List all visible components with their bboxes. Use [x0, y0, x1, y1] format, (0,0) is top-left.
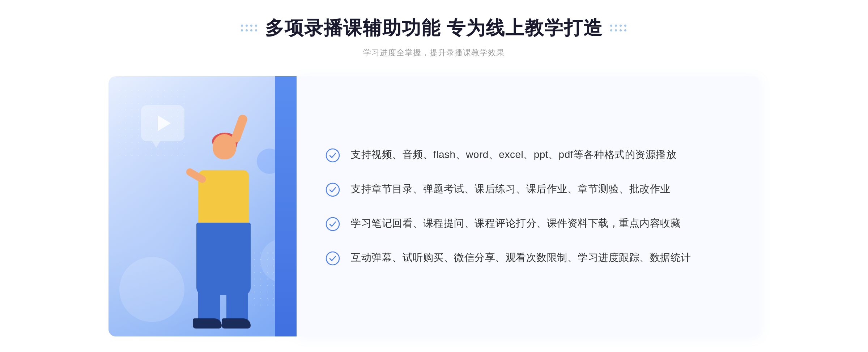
check-icon-3 [326, 217, 340, 231]
check-icon-2 [326, 183, 340, 197]
person-arm-right [230, 113, 248, 144]
title-row: 多项录播课辅助功能 专为线上教学打造 [241, 16, 627, 41]
feature-item-3: 学习笔记回看、课程提问、课程评论打分、课件资料下载，重点内容收藏 [326, 215, 731, 232]
page-container: 多项录播课辅助功能 专为线上教学打造 学习进度全掌握，提升录播课教学效果 » [0, 0, 868, 352]
header-section: 多项录播课辅助功能 专为线上教学打造 学习进度全掌握，提升录播课教学效果 [241, 16, 627, 58]
feature-item-1: 支持视频、音频、flash、word、excel、ppt、pdf等各种格式的资源… [326, 147, 731, 163]
check-icon-1 [326, 148, 340, 163]
subtitle: 学习进度全掌握，提升录播课教学效果 [241, 47, 627, 58]
svg-point-1 [326, 183, 339, 196]
svg-point-0 [326, 149, 339, 162]
person-shoe-right [222, 318, 251, 329]
person-figure [162, 127, 263, 336]
features-panel: 支持视频、音频、flash、word、excel、ppt、pdf等各种格式的资源… [297, 76, 760, 336]
feature-text-2: 支持章节目录、弹题考试、课后练习、课后作业、章节测验、批改作业 [351, 181, 671, 197]
person-shoe-left [193, 318, 222, 329]
feature-item-4: 互动弹幕、试听购买、微信分享、观看次数限制、学习进度跟踪、数据统计 [326, 250, 731, 266]
blue-side-panel [275, 76, 297, 336]
main-title: 多项录播课辅助功能 专为线上教学打造 [265, 16, 603, 41]
feature-text-1: 支持视频、音频、flash、word、excel、ppt、pdf等各种格式的资源… [351, 147, 676, 163]
person-arm-left [185, 167, 207, 184]
feature-text-4: 互动弹幕、试听购买、微信分享、观看次数限制、学习进度跟踪、数据统计 [351, 250, 691, 266]
content-section: » [109, 76, 760, 336]
feature-text-3: 学习笔记回看、课程提问、课程评论打分、课件资料下载，重点内容收藏 [351, 215, 681, 232]
illustration-panel [109, 76, 297, 336]
feature-item-2: 支持章节目录、弹题考试、课后练习、课后作业、章节测验、批改作业 [326, 181, 731, 197]
decorative-dots-right [610, 25, 627, 32]
svg-point-3 [326, 252, 339, 265]
svg-point-2 [326, 218, 339, 231]
decorative-dots-left [241, 25, 258, 32]
check-icon-4 [326, 251, 340, 266]
